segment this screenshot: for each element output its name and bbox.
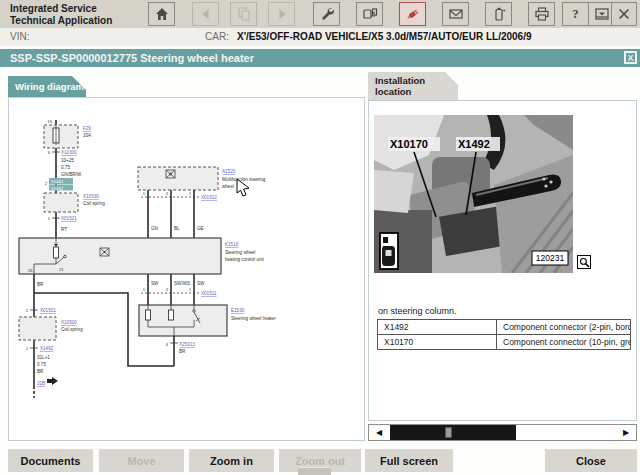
scroll-right-arrow[interactable]: ▶	[616, 425, 636, 440]
photo-label-x10170: X10170	[390, 138, 428, 150]
scroll-thumb[interactable]	[445, 427, 452, 438]
coil2-label: Coil spring	[61, 327, 83, 332]
table-row: X10170 Component connector (10-pin, gree…	[378, 335, 631, 350]
link-ground[interactable]: 31B	[37, 381, 45, 386]
spec-bot-3: BR	[37, 369, 44, 374]
link-control-unit[interactable]: K1516	[225, 242, 239, 247]
document-close-button[interactable]: X	[624, 51, 637, 64]
back-button[interactable]	[192, 2, 219, 26]
fuse-pin: 15	[47, 119, 52, 124]
heater-label: Steering wheel heater	[231, 316, 276, 321]
link-x01521[interactable]: X01521	[61, 216, 77, 221]
link-x01512[interactable]: X01512	[201, 195, 217, 200]
link-x01501[interactable]: X01501	[40, 308, 56, 313]
move-button[interactable]: Move	[99, 449, 184, 472]
full-screen-button[interactable]: Full screen	[365, 449, 453, 472]
photo-zoom-button[interactable]	[577, 255, 591, 269]
wire-spec-3: GN/BR/W	[61, 172, 82, 177]
mfl-label-2: wheel	[222, 184, 234, 189]
help-icon: ?	[572, 6, 579, 22]
conn-top-pin: 6	[48, 150, 51, 155]
vin-label: VIN:	[10, 31, 29, 42]
installation-photo[interactable]: X10170 X1492 120231	[374, 115, 573, 273]
wire-ge: GE	[197, 226, 204, 231]
htr-pin-1: 1	[143, 287, 146, 292]
ground-arrow-icon	[47, 377, 58, 385]
close-button[interactable]: Close	[545, 449, 637, 472]
print-button[interactable]	[528, 2, 555, 26]
wire-br2: BR	[179, 349, 186, 354]
measurement-plug-button[interactable]	[399, 2, 426, 26]
wire-sw2: SW	[197, 281, 205, 286]
chip-x1461-label: X1461	[51, 179, 64, 184]
conn-mid-pin: 1	[48, 216, 51, 221]
mouse-cursor	[236, 178, 250, 198]
diagnostic-device-button[interactable]	[356, 2, 383, 26]
horizontal-scrollbar[interactable]: ◀ ▶	[368, 424, 637, 441]
wire-gn: GN	[151, 226, 158, 231]
display-icon	[594, 6, 610, 22]
spec-bot-2: 0.75	[37, 362, 46, 367]
link-heater[interactable]: E1530	[231, 308, 245, 313]
zoom-in-button[interactable]: Zoom in	[189, 449, 274, 472]
link-mfl[interactable]: A1520	[222, 169, 236, 174]
scrollbar-fragment	[298, 467, 331, 475]
photo-number: 120231	[536, 253, 565, 263]
tools-button[interactable]	[313, 2, 340, 26]
tab-installation-location[interactable]: Installation location	[368, 72, 458, 100]
mail-icon	[448, 6, 464, 22]
mfl-pin-1: 1	[143, 191, 146, 196]
htr-pin-3: 1	[189, 287, 192, 292]
scroll-track-fill[interactable]	[390, 425, 516, 440]
fuse-rating: 10A	[83, 133, 92, 138]
top-toolbar: Integrated Service Technical Application	[0, 0, 640, 29]
cu-label-1: Steering wheel	[225, 250, 255, 255]
connector-id: X10170	[378, 335, 497, 350]
table-row: X1492 Component connector (2-pin, bordea…	[378, 320, 631, 335]
car-value: X'/E53/OFF-ROAD VEHICLE/X5 3.0d/M57/AUTO…	[237, 31, 532, 42]
car-position-icon	[380, 233, 398, 269]
wire-sw1: SW	[151, 281, 159, 286]
back-icon	[198, 6, 214, 22]
installation-caption: on steering column.	[378, 306, 457, 316]
link-x10300[interactable]: X10300	[61, 150, 77, 155]
printer-icon	[534, 6, 550, 22]
home-button[interactable]	[148, 2, 175, 26]
close-icon	[616, 6, 632, 22]
forward-icon	[274, 6, 290, 22]
connector-table: X1492 Component connector (2-pin, bordea…	[377, 319, 631, 350]
wire-bl: BL	[174, 226, 180, 231]
link-x01511[interactable]: X01511	[201, 291, 217, 296]
session-document-button[interactable]	[230, 2, 257, 26]
diagnostic-device-icon	[362, 6, 378, 22]
link-x1462[interactable]: X1462	[40, 346, 54, 351]
cu-label-2: heating control unit	[225, 257, 265, 262]
chip-x1462-label: X1462	[51, 186, 64, 191]
wiring-diagram-panel[interactable]: 15 F29 10A 6 X10300 10+25 0.75 GN/BR/W 2…	[8, 97, 365, 441]
mfl-pin-3: 1	[189, 191, 192, 196]
ista-window: Integrated Service Technical Application	[0, 0, 640, 475]
scroll-left-arrow[interactable]: ◀	[369, 425, 389, 440]
app-close-button[interactable]	[611, 2, 637, 26]
svg-text:26: 26	[28, 268, 33, 273]
mfl-pin-2: 2	[166, 191, 169, 196]
link-fuse[interactable]: F29	[83, 126, 91, 131]
photo-label-x1492: X1492	[458, 138, 490, 150]
tab-wiring-diagram[interactable]: Wiring diagram	[8, 76, 86, 97]
document-title-bar: SSP-SSP-SP0000012775 Steering wheel heat…	[0, 49, 640, 67]
forward-button[interactable]	[268, 2, 295, 26]
battery-button[interactable]	[485, 2, 512, 26]
mail-button[interactable]	[442, 2, 469, 26]
connector-id: X1492	[378, 320, 497, 335]
help-button[interactable]: ?	[562, 2, 589, 26]
tab-installation-line1: Installation	[375, 75, 458, 86]
document-icon	[236, 6, 252, 22]
wire-rt: RT	[61, 227, 67, 232]
htr-pin-2: 2	[166, 287, 169, 292]
chip-pin: 2	[45, 181, 48, 186]
link-coil2[interactable]: X10500	[61, 320, 77, 325]
wire-swws: SW/WS	[174, 281, 190, 286]
documents-button[interactable]: Documents	[8, 449, 93, 472]
link-coil1[interactable]: X10530	[83, 194, 99, 199]
link-x25013[interactable]: X25013	[179, 342, 195, 347]
